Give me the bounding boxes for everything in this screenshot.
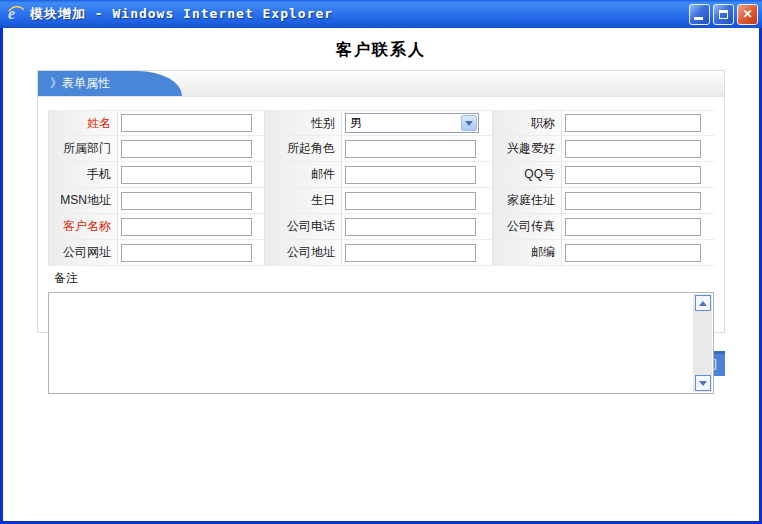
- ie-window: e 模块增加 - Windows Internet Explorer ✕ 客户联…: [0, 0, 762, 524]
- email-input[interactable]: [345, 166, 476, 184]
- close-icon: ✕: [742, 8, 752, 20]
- label-notes: 备注: [48, 266, 714, 290]
- notes-textarea[interactable]: [48, 292, 714, 394]
- field-postal-code: [562, 240, 714, 266]
- window-close-button[interactable]: ✕: [737, 4, 758, 25]
- window-title: 模块增加 - Windows Internet Explorer: [30, 5, 333, 23]
- label-job-title: 职称: [492, 110, 562, 136]
- label-mobile: 手机: [48, 162, 118, 188]
- minimize-icon: [694, 17, 703, 20]
- field-msn: [118, 188, 264, 214]
- field-home-address: [562, 188, 714, 214]
- ie-logo-icon: e: [7, 5, 25, 23]
- label-gender: 性别: [264, 110, 342, 136]
- label-company-fax: 公司传真: [492, 214, 562, 240]
- chevron-down-icon[interactable]: [461, 115, 477, 131]
- field-email: [342, 162, 492, 188]
- name-input[interactable]: [121, 114, 252, 132]
- maximize-button[interactable]: [713, 4, 734, 25]
- field-company-phone: [342, 214, 492, 240]
- company-website-input[interactable]: [121, 244, 252, 262]
- label-postal-code: 邮编: [492, 240, 562, 266]
- notes-scrollbar[interactable]: [693, 294, 712, 392]
- field-company-fax: [562, 214, 714, 240]
- field-company-address: [342, 240, 492, 266]
- mobile-input[interactable]: [121, 166, 252, 184]
- postal-code-input[interactable]: [565, 244, 701, 262]
- msn-input[interactable]: [121, 192, 252, 210]
- field-company-website: [118, 240, 264, 266]
- company-fax-input[interactable]: [565, 218, 701, 236]
- tab-label: 》表单属性: [50, 75, 110, 92]
- minimize-button[interactable]: [689, 4, 710, 25]
- titlebar[interactable]: e 模块增加 - Windows Internet Explorer ✕: [0, 0, 762, 28]
- label-role: 所起角色: [264, 136, 342, 162]
- label-department: 所属部门: [48, 136, 118, 162]
- page-title: 客户联系人: [3, 40, 759, 61]
- form-table: 姓名 性别 男 职称 所属部门 所起角色: [48, 110, 714, 318]
- label-birthday: 生日: [264, 188, 342, 214]
- field-gender: 男: [342, 110, 492, 136]
- scroll-up-button[interactable]: [695, 295, 711, 311]
- job-title-input[interactable]: [565, 114, 701, 132]
- maximize-icon: [719, 10, 728, 19]
- field-role: [342, 136, 492, 162]
- label-company-website: 公司网址: [48, 240, 118, 266]
- qq-input[interactable]: [565, 166, 701, 184]
- label-qq: QQ号: [492, 162, 562, 188]
- label-customer-name: 客户名称: [48, 214, 118, 240]
- birthday-input[interactable]: [345, 192, 476, 210]
- triangle-up-icon: [699, 301, 707, 306]
- field-birthday: [342, 188, 492, 214]
- field-hobby: [562, 136, 714, 162]
- window-controls: ✕: [689, 4, 758, 25]
- label-home-address: 家庭住址: [492, 188, 562, 214]
- department-input[interactable]: [121, 140, 252, 158]
- hobby-input[interactable]: [565, 140, 701, 158]
- label-hobby: 兴趣爱好: [492, 136, 562, 162]
- page-content: 客户联系人 》表单属性 姓名 性别 男: [3, 28, 759, 521]
- tab-form-properties[interactable]: 》表单属性: [38, 71, 136, 96]
- customer-name-input[interactable]: [121, 218, 252, 236]
- label-company-address: 公司地址: [264, 240, 342, 266]
- home-address-input[interactable]: [565, 192, 701, 210]
- tab-bar: 》表单属性: [38, 71, 724, 97]
- field-customer-name: [118, 214, 264, 240]
- role-input[interactable]: [345, 140, 476, 158]
- company-phone-input[interactable]: [345, 218, 476, 236]
- gender-selected-value: 男: [350, 115, 362, 132]
- field-job-title: [562, 110, 714, 136]
- gender-select[interactable]: 男: [345, 113, 479, 133]
- company-address-input[interactable]: [345, 244, 476, 262]
- form-panel: 》表单属性 姓名 性别 男 职称: [37, 70, 725, 333]
- field-mobile: [118, 162, 264, 188]
- field-name: [118, 110, 264, 136]
- label-company-phone: 公司电话: [264, 214, 342, 240]
- label-email: 邮件: [264, 162, 342, 188]
- label-msn: MSN地址: [48, 188, 118, 214]
- field-qq: [562, 162, 714, 188]
- triangle-down-icon: [699, 381, 707, 386]
- scroll-down-button[interactable]: [695, 375, 711, 391]
- field-department: [118, 136, 264, 162]
- panel-body: 姓名 性别 男 职称 所属部门 所起角色: [38, 97, 724, 332]
- label-name: 姓名: [48, 110, 118, 136]
